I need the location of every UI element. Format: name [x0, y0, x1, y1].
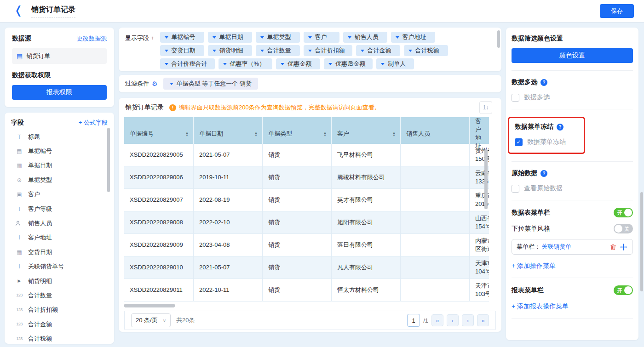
field-chip[interactable]: 合计折扣额 [304, 45, 352, 56]
datasource-item[interactable]: ▤ 销货订单 [12, 48, 107, 64]
field-item[interactable]: 123合计税额 [11, 331, 108, 344]
delete-icon[interactable] [609, 244, 618, 250]
table-row[interactable]: XSDD202208290062019-10-11销货腾骏材料有限公司云南省昆1… [124, 166, 489, 189]
current-page-input[interactable]: 1 [407, 314, 420, 327]
dropdown-style-toggle[interactable]: 关 [614, 224, 633, 233]
last-page-button[interactable]: » [477, 314, 489, 326]
add-report-action-menu-link[interactable]: + 添加报表操作菜单 [512, 302, 633, 311]
chevron-down-icon[interactable] [281, 63, 284, 65]
field-chip[interactable]: 优惠后金额 [324, 58, 373, 69]
sort-tool-icon[interactable]: 1↓ [479, 101, 492, 114]
multiselect-checkbox[interactable] [512, 94, 519, 102]
chevron-down-icon[interactable] [381, 63, 385, 65]
expand-arrow-icon[interactable]: ▶ [15, 279, 24, 283]
field-label: 单据类型 [28, 176, 52, 184]
report-menubar-toggle[interactable]: 开 [614, 285, 633, 295]
report-permission-button[interactable]: 报表权限 [12, 85, 107, 100]
chevron-down-icon[interactable] [213, 50, 216, 52]
chevron-down-icon[interactable] [361, 50, 364, 52]
field-chip[interactable]: 单据类型 [256, 32, 300, 43]
field-item[interactable]: ▣客户 [11, 188, 108, 202]
field-item[interactable]: ▦交货日期 [11, 245, 108, 259]
field-chip[interactable]: 客户 [304, 32, 339, 43]
chevron-down-icon[interactable] [308, 36, 312, 39]
field-chip[interactable]: 合计金额 [356, 45, 400, 56]
chevron-down-icon[interactable] [328, 63, 332, 65]
first-page-button[interactable]: « [431, 314, 443, 326]
add-display-field-icon[interactable]: + [151, 34, 155, 41]
chevron-down-icon[interactable] [170, 83, 173, 85]
field-item[interactable]: ▶销货明细 [11, 274, 108, 288]
help-icon[interactable]: ? [540, 79, 547, 86]
table-row[interactable]: XSDD202208290052021-05-07销货飞星材料公司贵州省遵150… [124, 144, 489, 166]
sort-icon[interactable]: ▲▼ [185, 131, 189, 137]
menu-freeze-checkbox[interactable]: ✓ [515, 138, 523, 146]
add-formula-field-link[interactable]: + 公式字段 [79, 119, 108, 127]
field-item[interactable]: 123合计数量 [11, 288, 108, 302]
display-fields-scrollbar[interactable] [497, 30, 500, 48]
field-chip[interactable]: 合计税额 [404, 45, 448, 56]
field-chip[interactable]: 合计价税合计 [160, 58, 215, 69]
field-chip[interactable]: 单据编号 [160, 32, 204, 43]
chevron-down-icon[interactable] [260, 50, 264, 52]
gear-icon[interactable]: ⚙ [152, 80, 158, 87]
sort-icon[interactable]: ▲▼ [323, 131, 327, 137]
help-icon[interactable]: ? [540, 170, 547, 177]
chevron-down-icon[interactable] [396, 36, 399, 39]
table-row[interactable]: XSDD202208290072022-08-19销货英才有限公司重庆市重201… [124, 189, 489, 211]
field-item[interactable]: T标题 [11, 130, 108, 144]
field-item[interactable]: 销售人员 [11, 216, 108, 230]
field-item[interactable]: I关联销货单号 [11, 260, 108, 274]
filter-condition-chip[interactable]: 单据类型 等于任意一个 销货 [163, 78, 258, 90]
chevron-down-icon[interactable] [308, 50, 312, 52]
back-icon[interactable]: ❬ [14, 5, 23, 16]
field-item[interactable]: I客户等级 [11, 202, 108, 216]
field-chip[interactable]: 制单人 [376, 58, 414, 69]
add-action-menu-link[interactable]: + 添加操作菜单 [512, 262, 633, 270]
field-item[interactable]: ▦单据日期 [11, 159, 108, 173]
table-row[interactable]: XSDD202208290102021-05-07销货凡人有限公司天津市天104… [124, 256, 489, 279]
chevron-down-icon[interactable] [348, 36, 351, 39]
chevron-down-icon[interactable] [260, 36, 264, 39]
change-datasource-link[interactable]: 更改数据源 [77, 34, 107, 43]
sort-icon[interactable]: ▲▼ [254, 131, 258, 137]
field-chip[interactable]: 单据日期 [208, 32, 252, 43]
prev-page-button[interactable]: ‹ [447, 314, 459, 326]
chevron-down-icon[interactable] [408, 50, 412, 52]
field-chip[interactable]: 优惠金额 [276, 58, 320, 69]
field-chip[interactable]: 客户地址 [391, 32, 435, 43]
chevron-down-icon[interactable] [213, 36, 216, 39]
field-chip[interactable]: 合计数量 [256, 45, 300, 56]
table-row[interactable]: XSDD202208290092023-04-08销货落日有限公司内蒙古自区街道… [124, 234, 489, 256]
sort-icon[interactable]: ▲▼ [392, 131, 396, 137]
help-icon[interactable]: ? [557, 124, 564, 131]
table-vertical-scrollbar[interactable] [484, 149, 488, 209]
save-button[interactable]: 保存 [600, 4, 634, 18]
chevron-down-icon[interactable] [165, 50, 168, 52]
page-size-select[interactable]: 20 条/页 ∨ [131, 313, 171, 327]
next-page-button[interactable]: › [462, 314, 474, 326]
table-horizontal-scrollbar[interactable] [124, 304, 175, 307]
color-settings-button[interactable]: 颜色设置 [512, 48, 633, 63]
table-menubar-toggle[interactable]: 开 [614, 208, 633, 217]
field-item[interactable]: ⊙单据类型 [11, 173, 108, 187]
field-item[interactable]: ▤单据编号 [11, 144, 108, 158]
field-item[interactable]: 123合计金额 [11, 317, 108, 331]
field-chip[interactable]: 销货明细 [208, 45, 252, 56]
chevron-down-icon[interactable] [165, 36, 168, 39]
table-row[interactable]: XSDD202208290112022-10-11销货恒太方材料公司天津市天10… [124, 279, 489, 301]
field-chip[interactable]: 优惠率（%） [218, 58, 273, 69]
menu-item-row[interactable]: 菜单栏： 关联销货单 [512, 239, 633, 255]
field-chip[interactable]: 交货日期 [160, 45, 204, 56]
chevron-down-icon[interactable] [165, 63, 168, 65]
raw-data-checkbox[interactable] [512, 185, 519, 193]
table-row[interactable]: XSDD202208290082022-02-10销货旭阳有限公司山西省阳154… [124, 211, 489, 234]
field-chip[interactable]: 销售人员 [343, 32, 387, 43]
move-icon[interactable] [619, 244, 628, 250]
page-scrollbar[interactable] [640, 192, 643, 291]
field-item[interactable]: 123合计折扣额 [11, 303, 108, 317]
menu-item-link[interactable]: 关联销货单 [541, 243, 571, 251]
chevron-down-icon[interactable] [223, 63, 227, 65]
fields-scrollbar[interactable] [107, 128, 110, 192]
field-item[interactable]: I客户地址 [11, 231, 108, 245]
